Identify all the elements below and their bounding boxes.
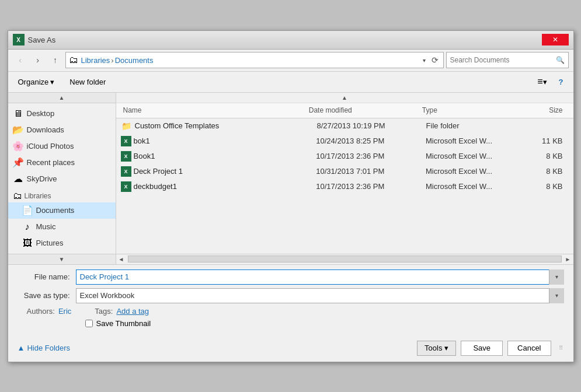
sidebar-group-icon-libraries: 🗂	[13, 191, 22, 201]
save-thumbnail-row: Save Thumbnail	[18, 319, 564, 328]
sidebar-label-documents: Documents	[36, 206, 75, 215]
tools-arrow: ▾	[444, 344, 448, 352]
hide-folders-btn[interactable]: ▲ Hide Folders	[18, 344, 71, 352]
dialog-title: Save As	[28, 36, 56, 44]
table-row[interactable]: 📁 Custom Office Templates 8/27/2013 10:1…	[116, 118, 573, 134]
table-row[interactable]: X bok1 10/24/2013 8:25 PM Microsoft Exce…	[116, 134, 573, 149]
file-name-cell: Book1	[134, 152, 316, 160]
col-header-date[interactable]: Date modified	[307, 106, 420, 114]
table-row[interactable]: X Book1 10/17/2013 2:36 PM Microsoft Exc…	[116, 149, 573, 164]
cancel-button[interactable]: Cancel	[507, 341, 551, 356]
file-date-cell: 8/27/2013 10:19 PM	[316, 121, 426, 130]
hide-folders-label: Hide Folders	[27, 344, 70, 352]
new-folder-label: New folder	[69, 78, 106, 86]
help-button[interactable]: ?	[554, 74, 569, 89]
sidebar-item-pictures[interactable]: 🖼Pictures	[8, 235, 116, 251]
help-label: ?	[559, 78, 563, 86]
file-size-cell: 8 KB	[517, 167, 568, 176]
refresh-button[interactable]: ⟳	[429, 54, 441, 66]
sidebar-icon-downloads: 📂	[13, 125, 23, 135]
save-thumbnail-label[interactable]: Save Thumbnail	[96, 319, 151, 328]
close-button[interactable]: ✕	[542, 34, 569, 46]
toolbar: Organize ▾ New folder ≡ ▾ ?	[8, 72, 573, 93]
file-size-cell: 8 KB	[517, 182, 568, 191]
address-libraries[interactable]: Libraries	[81, 56, 110, 65]
tags-add-link[interactable]: Add a tag	[116, 307, 149, 316]
table-row[interactable]: X Deck Project 1 10/31/2013 7:01 PM Micr…	[116, 164, 573, 179]
file-date-cell: 10/17/2013 2:36 PM	[316, 182, 426, 191]
sidebar-label-icloud: iCloud Photos	[27, 142, 74, 150]
excel-file-icon: X	[121, 151, 131, 162]
sidebar-label-recent: Recent places	[27, 158, 75, 167]
h-scroll-right-btn[interactable]: ►	[563, 254, 573, 264]
file-list-scroll-up[interactable]: ▲	[116, 93, 573, 103]
address-folder-icon: 🗂	[68, 55, 79, 65]
sidebar-icon-desktop: 🖥	[13, 108, 23, 119]
sidebar-label-desktop: Desktop	[27, 109, 55, 118]
resize-handle[interactable]: ⠿	[555, 343, 563, 351]
sidebar-item-documents[interactable]: 📄Documents	[8, 202, 116, 219]
file-size-cell: 8 KB	[517, 152, 568, 160]
title-bar: X Save As ✕	[8, 31, 573, 50]
table-row[interactable]: X deckbudget1 10/17/2013 2:36 PM Microso…	[116, 179, 573, 194]
nav-bar: ‹ › ↑ 🗂 Libraries › Documents ▾ ⟳ 🔍	[8, 50, 573, 72]
sidebar-item-desktop[interactable]: 🖥Desktop	[8, 106, 116, 122]
tags-label: Tags:	[95, 307, 113, 316]
bottom-form: File name: ▾ Save as type: Excel Workboo…	[8, 264, 573, 337]
back-button[interactable]: ‹	[13, 52, 28, 68]
file-name-wrapper: ▾	[76, 270, 564, 285]
file-name-row: File name: ▾	[18, 270, 564, 285]
file-list: 📁 Custom Office Templates 8/27/2013 10:1…	[116, 118, 573, 254]
search-box: 🔍	[446, 52, 569, 68]
tags-item: Tags: Add a tag	[95, 307, 149, 316]
col-header-type[interactable]: Type	[420, 106, 515, 114]
file-name-label: File name:	[18, 272, 76, 281]
save-button[interactable]: Save	[461, 341, 503, 356]
col-header-size[interactable]: Size	[515, 106, 569, 114]
file-type-cell: File folder	[426, 121, 517, 130]
file-list-header: Name Date modified Type Size	[116, 103, 573, 118]
col-header-name[interactable]: Name	[121, 106, 307, 114]
excel-file-icon: X	[121, 136, 131, 146]
address-documents[interactable]: Documents	[115, 56, 154, 65]
sidebar-scroll-up-btn[interactable]: ▲	[8, 93, 116, 103]
save-type-select[interactable]: Excel WorkbookExcel Macro-Enabled Workbo…	[76, 288, 564, 303]
tools-button[interactable]: Tools ▾	[417, 341, 456, 356]
address-dropdown-btn[interactable]: ▾	[422, 57, 427, 64]
address-bar[interactable]: 🗂 Libraries › Documents ▾ ⟳	[65, 52, 444, 68]
view-button[interactable]: ≡ ▾	[533, 74, 551, 89]
sidebar-icon-icloud: 🌸	[13, 141, 23, 152]
authors-value[interactable]: Eric	[58, 307, 71, 316]
sidebar-icon-music: ♪	[22, 222, 33, 232]
view-icon: ≡	[537, 76, 542, 87]
sidebar-label-music: Music	[36, 222, 56, 231]
new-folder-button[interactable]: New folder	[64, 75, 111, 89]
organize-button[interactable]: Organize ▾	[13, 75, 60, 89]
sidebar-scroll-down-btn[interactable]: ▼	[8, 254, 116, 264]
sidebar-item-music[interactable]: ♪Music	[8, 219, 116, 235]
sidebar-item-skydrive[interactable]: ☁SkyDrive	[8, 171, 116, 187]
sidebar-quick-access: 🖥Desktop📂Downloads🌸iCloud Photos📌Recent …	[8, 103, 116, 254]
forward-button[interactable]: ›	[30, 52, 46, 68]
sidebar-item-downloads[interactable]: 📂Downloads	[8, 122, 116, 138]
sidebar-group-libraries[interactable]: 🗂Libraries	[8, 187, 116, 202]
save-thumbnail-checkbox[interactable]	[85, 320, 93, 327]
sidebar-icon-documents: 📄	[22, 205, 33, 216]
tools-label: Tools	[425, 344, 442, 352]
sidebar-item-recent[interactable]: 📌Recent places	[8, 155, 116, 171]
search-input[interactable]	[450, 56, 556, 64]
sidebar-item-icloud[interactable]: 🌸iCloud Photos	[8, 138, 116, 155]
file-name-input[interactable]	[76, 270, 564, 285]
organize-label: Organize	[18, 78, 49, 86]
h-scroll-track[interactable]	[128, 256, 562, 262]
horizontal-scrollbar[interactable]: ◄ ►	[116, 254, 573, 264]
h-scroll-left-btn[interactable]: ◄	[116, 254, 127, 264]
file-type-cell: Microsoft Excel W...	[426, 167, 517, 176]
address-path: Libraries › Documents	[81, 56, 422, 65]
up-button[interactable]: ↑	[48, 52, 63, 68]
search-icon: 🔍	[556, 56, 565, 64]
excel-file-icon: X	[121, 166, 131, 177]
file-name-cell: bok1	[134, 136, 316, 145]
sidebar-label-pictures: Pictures	[36, 239, 64, 247]
file-name-cell: Deck Project 1	[134, 167, 316, 176]
